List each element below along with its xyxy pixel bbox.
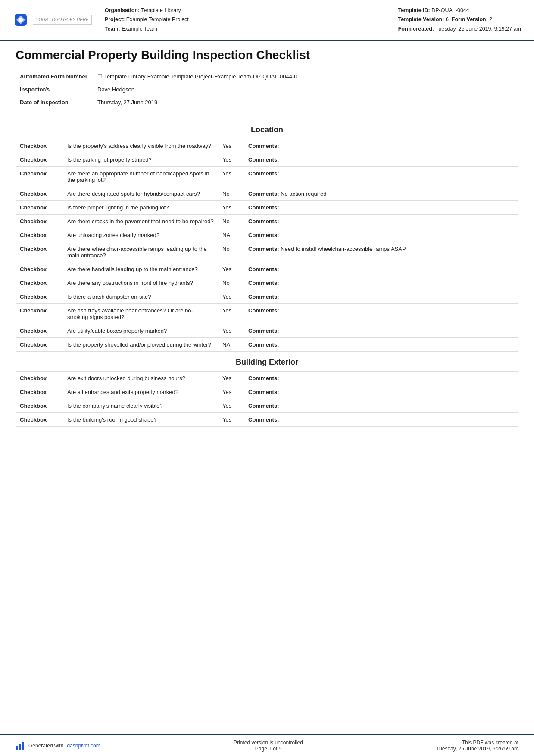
comments-text: Comments: (244, 153, 518, 166)
question-text: Are there handrails leading up to the ma… (63, 262, 218, 276)
comments-text: Comments: (244, 262, 518, 276)
question-text: Is the property shovelled and/or plowed … (63, 337, 218, 351)
info-table: Automated Form Number ☐ Template Library… (16, 70, 518, 109)
table-row: CheckboxAre ash trays available near ent… (16, 303, 518, 324)
checkbox-label: Checkbox (16, 187, 63, 200)
answer-value: Yes (218, 290, 244, 303)
org-label: Organisation: (105, 7, 140, 13)
checkbox-label: Checkbox (16, 371, 63, 385)
org-value: Template Library (141, 7, 181, 13)
info-value-date: Thursday, 27 June 2019 (93, 96, 518, 109)
checkbox-label: Checkbox (16, 385, 63, 399)
table-row: CheckboxAre all entrances and exits prop… (16, 385, 518, 399)
answer-value: Yes (218, 166, 244, 187)
answer-value: No (218, 276, 244, 290)
question-text: Are there cracks in the pavement that ne… (63, 214, 218, 228)
table-row: CheckboxAre there handrails leading up t… (16, 262, 518, 276)
question-text: Is there a trash dumpster on-site? (63, 290, 218, 303)
comments-text: Comments: (244, 303, 518, 324)
logo-text: YOUR LOGO GOES HERE (33, 15, 92, 25)
comments-text: Comments: (244, 139, 518, 153)
comments-label: Comments: (248, 218, 279, 225)
question-text: Are there designated spots for hybrids/c… (63, 187, 218, 200)
comments-label: Comments: (248, 191, 279, 197)
comments-label: Comments: (248, 416, 279, 423)
answer-value: No (218, 214, 244, 228)
question-text: Is the property's address clearly visibl… (63, 139, 218, 153)
checkbox-label: Checkbox (16, 139, 63, 153)
checkbox-label: Checkbox (16, 276, 63, 290)
comments-label: Comments: (248, 328, 279, 334)
sections-container: LocationCheckboxIs the property's addres… (16, 119, 518, 427)
info-label-form-number: Automated Form Number (16, 70, 93, 83)
info-label-inspector: Inspector/s (16, 83, 93, 96)
comments-text: Comments: (244, 337, 518, 351)
checkbox-label: Checkbox (16, 303, 63, 324)
comments-label: Comments: (248, 266, 279, 272)
comments-text: Comments: Need to install wheelchair-acc… (244, 242, 518, 262)
svg-rect-3 (16, 746, 18, 750)
comments-label: Comments: (248, 246, 279, 252)
answer-value: Yes (218, 324, 244, 337)
question-text: Are ash trays available near entrances? … (63, 303, 218, 324)
info-row-form-number: Automated Form Number ☐ Template Library… (16, 70, 518, 83)
logo-icon (13, 12, 28, 28)
question-text: Are there any obstructions in front of f… (63, 276, 218, 290)
team-label: Team: (105, 26, 120, 32)
answer-value: NA (218, 337, 244, 351)
info-value-inspector: Dave Hodgson (93, 83, 518, 96)
comments-label: Comments: (248, 232, 279, 238)
project-label: Project: (105, 16, 125, 22)
form-version-label: Form Version: (452, 16, 488, 22)
template-id-value: DP-QUAL-0044 (431, 7, 469, 13)
comments-label: Comments: (248, 307, 279, 314)
footer-left: Generated with dashpivot.com (16, 741, 100, 750)
question-text: Are all entrances and exits properly mar… (63, 385, 218, 399)
comments-text: Comments: (244, 385, 518, 399)
checkbox-label: Checkbox (16, 242, 63, 262)
question-text: Are utility/cable boxes properly marked? (63, 324, 218, 337)
answer-value: Yes (218, 371, 244, 385)
svg-point-2 (19, 18, 23, 22)
comments-text: Comments: (244, 276, 518, 290)
project-value: Example Template Project (126, 16, 189, 22)
checkbox-label: Checkbox (16, 337, 63, 351)
footer-center: Printed version is uncontrolled Page 1 o… (234, 740, 303, 752)
table-row: CheckboxIs the building's roof in good s… (16, 412, 518, 426)
table-row: CheckboxIs the parking lot properly stri… (16, 153, 518, 166)
checkbox-label: Checkbox (16, 262, 63, 276)
doc-title: Commercial Property Building Inspection … (16, 48, 518, 62)
question-text: Is the building's roof in good shape? (63, 412, 218, 426)
checkbox-label: Checkbox (16, 324, 63, 337)
answer-value: NA (218, 228, 244, 242)
comments-text: Comments: (244, 290, 518, 303)
section-title: Building Exterior (16, 352, 518, 371)
form-created-value: Tuesday, 25 June 2019, 9:19:27 am (435, 26, 521, 32)
dashpivot-link[interactable]: dashpivot.com (67, 743, 100, 749)
comments-label: Comments: (248, 204, 279, 211)
logo-section: YOUR LOGO GOES HERE (13, 6, 92, 34)
table-row: CheckboxIs the property shovelled and/or… (16, 337, 518, 351)
table-row: CheckboxAre there wheelchair-accessible … (16, 242, 518, 262)
section-title: Location (16, 119, 518, 139)
comments-text: Comments: (244, 371, 518, 385)
pdf-created-value: Tuesday, 25 June 2019, 9:26:59 am (436, 746, 518, 752)
template-version-label: Template Version: (398, 16, 444, 22)
question-text: Are exit doors unlocked during business … (63, 371, 218, 385)
header: YOUR LOGO GOES HERE Organisation: Templa… (0, 0, 534, 41)
info-row-date: Date of Inspection Thursday, 27 June 201… (16, 96, 518, 109)
uncontrolled-text: Printed version is uncontrolled (234, 740, 303, 746)
table-row: CheckboxAre there any obstructions in fr… (16, 276, 518, 290)
comments-text: Comments: (244, 324, 518, 337)
dashpivot-icon (16, 741, 25, 750)
generated-text: Generated with (28, 743, 63, 749)
checklist-table: CheckboxAre exit doors unlocked during b… (16, 371, 518, 427)
pdf-created-label: This PDF was created at (436, 740, 518, 746)
checkbox-label: Checkbox (16, 200, 63, 214)
comments-label: Comments: (248, 156, 279, 163)
checkbox-label: Checkbox (16, 166, 63, 187)
table-row: CheckboxIs the company's name clearly vi… (16, 399, 518, 412)
table-row: CheckboxAre exit doors unlocked during b… (16, 371, 518, 385)
comments-text: Comments: (244, 166, 518, 187)
form-created-label: Form created: (398, 26, 434, 32)
